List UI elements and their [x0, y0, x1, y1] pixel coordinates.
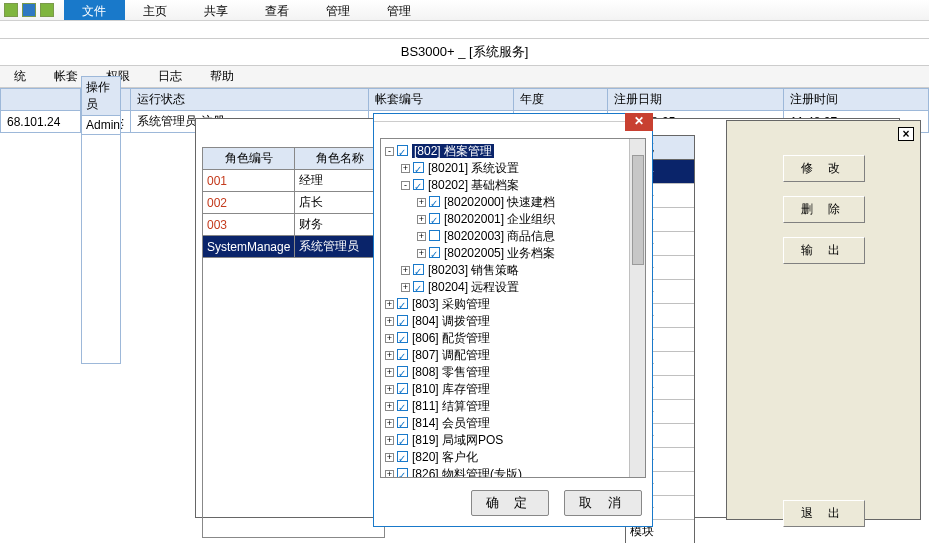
expand-icon[interactable]: +: [385, 385, 394, 394]
checkbox[interactable]: [429, 247, 440, 258]
expand-icon[interactable]: +: [401, 283, 410, 292]
tree-node[interactable]: +[80203] 销售策略: [401, 262, 643, 279]
expand-icon[interactable]: +: [385, 351, 394, 360]
tree-node[interactable]: -[802] 档案管理+[80201] 系统设置-[80202] 基础档案+[8…: [385, 143, 643, 296]
checkbox[interactable]: [397, 145, 408, 156]
ok-button[interactable]: 确 定: [471, 490, 549, 516]
tree-label[interactable]: [80204] 远程设置: [428, 280, 519, 294]
tree-node[interactable]: +[808] 零售管理: [385, 364, 643, 381]
tree-node[interactable]: +[80204] 远程设置: [401, 279, 643, 296]
expand-icon[interactable]: +: [401, 266, 410, 275]
tree-label[interactable]: [80202003] 商品信息: [444, 229, 555, 243]
scrollbar-thumb[interactable]: [632, 155, 644, 265]
grid-th-4[interactable]: 年度: [513, 89, 607, 111]
checkbox[interactable]: [413, 264, 424, 275]
role-col-name[interactable]: 角色名称: [295, 148, 385, 170]
tree-node[interactable]: +[820] 客户化: [385, 449, 643, 466]
expand-icon[interactable]: +: [385, 402, 394, 411]
tree-node[interactable]: +[804] 调拨管理: [385, 313, 643, 330]
checkbox[interactable]: [413, 162, 424, 173]
tree-node[interactable]: -[80202] 基础档案+[80202000] 快速建档+[80202001]…: [401, 177, 643, 262]
exit-button[interactable]: 退 出: [783, 500, 865, 527]
tree-node[interactable]: +[811] 结算管理: [385, 398, 643, 415]
tree-label[interactable]: [806] 配货管理: [412, 331, 490, 345]
tree-node[interactable]: +[814] 会员管理: [385, 415, 643, 432]
checkbox[interactable]: [397, 332, 408, 343]
tree-node[interactable]: +[810] 库存管理: [385, 381, 643, 398]
expand-icon[interactable]: +: [385, 300, 394, 309]
tree-label[interactable]: [802] 档案管理: [412, 144, 494, 158]
tree-node[interactable]: +[80202001] 企业组织: [417, 211, 643, 228]
tree-node[interactable]: +[80202005] 业务档案: [417, 245, 643, 262]
expand-icon[interactable]: +: [385, 453, 394, 462]
expand-icon[interactable]: +: [385, 470, 394, 478]
qat-icon-2[interactable]: [22, 3, 36, 17]
checkbox[interactable]: [429, 230, 440, 241]
qat-icon-1[interactable]: [4, 3, 18, 17]
expand-icon[interactable]: +: [385, 317, 394, 326]
expand-icon[interactable]: -: [401, 181, 410, 190]
expand-icon[interactable]: -: [385, 147, 394, 156]
tree-label[interactable]: [807] 调配管理: [412, 348, 490, 362]
tree-node[interactable]: +[80202003] 商品信息: [417, 228, 643, 245]
role-row[interactable]: 003财务: [203, 214, 385, 236]
grid-th-5[interactable]: 注册日期: [607, 89, 783, 111]
expand-icon[interactable]: +: [385, 436, 394, 445]
tree-label[interactable]: [80203] 销售策略: [428, 263, 519, 277]
tree-label[interactable]: [80202001] 企业组织: [444, 212, 555, 226]
tree-label[interactable]: [80201] 系统设置: [428, 161, 519, 175]
tree-label[interactable]: [808] 零售管理: [412, 365, 490, 379]
ribbon-tab-3[interactable]: 查看: [247, 0, 308, 20]
expand-icon[interactable]: +: [401, 164, 410, 173]
action-panel-close-icon[interactable]: ×: [898, 127, 914, 141]
checkbox[interactable]: [397, 400, 408, 411]
tree-label[interactable]: [820] 客户化: [412, 450, 478, 464]
expand-icon[interactable]: +: [385, 368, 394, 377]
tree-node[interactable]: +[803] 采购管理: [385, 296, 643, 313]
menu-0[interactable]: 统: [0, 66, 40, 87]
tree-label[interactable]: [811] 结算管理: [412, 399, 490, 413]
tree-node[interactable]: +[80201] 系统设置: [401, 160, 643, 177]
tree-node[interactable]: +[806] 配货管理: [385, 330, 643, 347]
tree-body[interactable]: -[802] 档案管理+[80201] 系统设置-[80202] 基础档案+[8…: [380, 138, 646, 478]
tree-label[interactable]: [804] 调拨管理: [412, 314, 490, 328]
checkbox[interactable]: [397, 315, 408, 326]
checkbox[interactable]: [397, 451, 408, 462]
tree-label[interactable]: [819] 局域网POS: [412, 433, 503, 447]
tree-label[interactable]: [814] 会员管理: [412, 416, 490, 430]
ribbon-tab-1[interactable]: 主页: [125, 0, 186, 20]
checkbox[interactable]: [397, 349, 408, 360]
menu-3[interactable]: 日志: [144, 66, 196, 87]
tree-label[interactable]: [803] 采购管理: [412, 297, 490, 311]
checkbox[interactable]: [429, 213, 440, 224]
grid-th-0[interactable]: [1, 89, 81, 111]
modify-button[interactable]: 修 改: [783, 155, 865, 182]
expand-icon[interactable]: +: [385, 419, 394, 428]
tree-close-icon[interactable]: ✕: [625, 113, 653, 131]
checkbox[interactable]: [397, 298, 408, 309]
tree-titlebar[interactable]: ✕: [374, 114, 652, 122]
grid-th-6[interactable]: 注册时间: [784, 89, 929, 111]
role-row[interactable]: 001经理: [203, 170, 385, 192]
ribbon-tab-4[interactable]: 管理: [308, 0, 369, 20]
grid-th-3[interactable]: 帐套编号: [369, 89, 514, 111]
checkbox[interactable]: [397, 417, 408, 428]
cancel-button[interactable]: 取 消: [564, 490, 642, 516]
tree-node[interactable]: +[807] 调配管理: [385, 347, 643, 364]
checkbox[interactable]: [413, 179, 424, 190]
tree-label[interactable]: [826] 物料管理(专版): [412, 467, 522, 478]
menu-4[interactable]: 帮助: [196, 66, 248, 87]
role-col-code[interactable]: 角色编号: [203, 148, 295, 170]
export-button[interactable]: 输 出: [783, 237, 865, 264]
checkbox[interactable]: [413, 281, 424, 292]
role-row[interactable]: 002店长: [203, 192, 385, 214]
checkbox[interactable]: [397, 434, 408, 445]
tree-node[interactable]: +[80202000] 快速建档: [417, 194, 643, 211]
checkbox[interactable]: [429, 196, 440, 207]
grid-th-2[interactable]: 运行状态: [131, 89, 369, 111]
checkbox[interactable]: [397, 468, 408, 478]
tree-label[interactable]: [80202] 基础档案: [428, 178, 519, 192]
expand-icon[interactable]: +: [417, 232, 426, 241]
tree-node[interactable]: +[819] 局域网POS: [385, 432, 643, 449]
tree-node[interactable]: +[826] 物料管理(专版): [385, 466, 643, 478]
